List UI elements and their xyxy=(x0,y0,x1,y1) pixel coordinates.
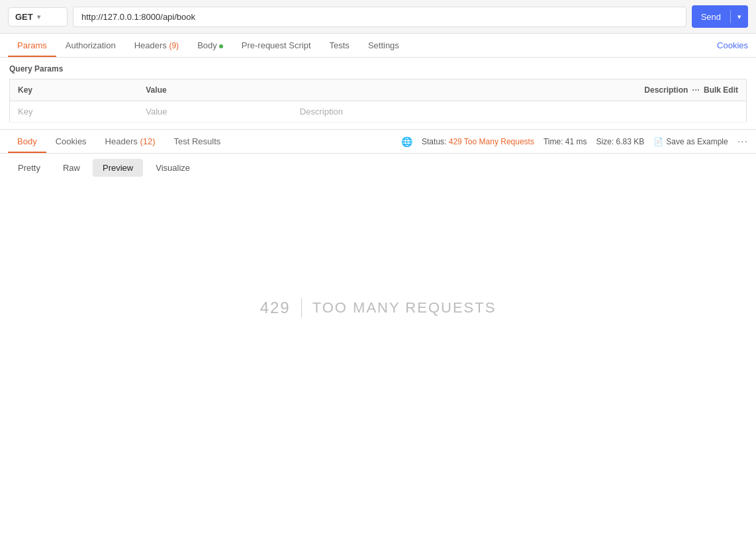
send-button-label: Send xyxy=(692,12,730,22)
tab-visualize[interactable]: Visualize xyxy=(146,159,200,177)
description-cell[interactable]: Description xyxy=(292,101,747,122)
col-value: Value xyxy=(138,79,292,101)
tab-response-headers[interactable]: Headers (12) xyxy=(96,130,165,153)
col-key: Key xyxy=(10,79,138,101)
body-dot-icon xyxy=(219,44,223,48)
tab-settings[interactable]: Settings xyxy=(359,34,408,57)
top-bar: GET ▾ Send ▾ xyxy=(0,0,756,34)
cookies-link[interactable]: Cookies xyxy=(717,40,748,50)
tab-body[interactable]: Body xyxy=(188,34,232,57)
more-options-icon[interactable]: ··· xyxy=(737,136,748,148)
response-headers-badge: (12) xyxy=(140,136,155,146)
tab-pretty[interactable]: Pretty xyxy=(8,159,50,177)
tab-tests[interactable]: Tests xyxy=(320,34,359,57)
tab-preview[interactable]: Preview xyxy=(93,159,143,177)
params-table-header: Key Value Description ··· Bulk Edit xyxy=(10,79,747,101)
globe-icon[interactable]: 🌐 xyxy=(401,136,412,147)
table-row: Key Value Description xyxy=(10,101,747,122)
key-cell[interactable]: Key xyxy=(10,101,138,122)
request-tabs: Params Authorization Headers (9) Body Pr… xyxy=(0,34,756,58)
bulk-dots-icon[interactable]: ··· xyxy=(692,85,700,95)
tab-response-body[interactable]: Body xyxy=(8,130,46,153)
save-as-example-button[interactable]: 📄 Save as Example xyxy=(653,137,728,146)
tab-raw[interactable]: Raw xyxy=(53,159,90,177)
response-status: 🌐 Status: 429 Too Many Requests Time: 41… xyxy=(401,136,748,148)
bulk-edit-label[interactable]: Bulk Edit xyxy=(704,85,738,95)
time-label: Time: 41 ms xyxy=(543,137,587,146)
tab-response-cookies[interactable]: Cookies xyxy=(46,130,96,153)
status-value: 429 Too Many Requests xyxy=(449,137,534,146)
send-button-arrow-icon: ▾ xyxy=(731,13,748,21)
preview-content: 429 TOO MANY REQUESTS xyxy=(0,182,756,434)
method-select[interactable]: GET ▾ xyxy=(8,7,68,26)
tab-headers[interactable]: Headers (9) xyxy=(125,34,188,57)
error-row: 429 TOO MANY REQUESTS xyxy=(260,298,496,318)
preview-tabs: Pretty Raw Preview Visualize xyxy=(0,154,756,182)
size-value: 6.83 KB xyxy=(616,137,645,146)
query-params-section: Query Params Key Value Description ··· B… xyxy=(0,58,756,122)
time-value: 41 ms xyxy=(565,137,587,146)
tab-authorization[interactable]: Authorization xyxy=(56,34,125,57)
value-cell[interactable]: Value xyxy=(138,101,292,122)
method-label: GET xyxy=(15,12,33,22)
size-label: Size: 6.83 KB xyxy=(596,137,645,146)
error-code: 429 xyxy=(260,299,291,317)
url-input[interactable] xyxy=(73,7,686,27)
col-description: Description ··· Bulk Edit xyxy=(292,79,747,101)
headers-badge: (9) xyxy=(169,41,179,50)
tab-prerequest[interactable]: Pre-request Script xyxy=(232,34,320,57)
query-params-title: Query Params xyxy=(9,64,747,73)
params-table: Key Value Description ··· Bulk Edit Key … xyxy=(9,79,747,122)
error-divider xyxy=(301,298,302,318)
status-label: Status: 429 Too Many Requests xyxy=(422,137,534,146)
tab-params[interactable]: Params xyxy=(8,34,56,57)
save-icon: 📄 xyxy=(653,137,663,146)
tab-test-results[interactable]: Test Results xyxy=(165,130,230,153)
send-button[interactable]: Send ▾ xyxy=(692,5,748,28)
error-message: TOO MANY REQUESTS xyxy=(312,299,496,316)
method-chevron-icon: ▾ xyxy=(37,13,40,21)
save-label: Save as Example xyxy=(666,137,728,146)
response-tabs: Body Cookies Headers (12) Test Results 🌐… xyxy=(0,130,756,154)
